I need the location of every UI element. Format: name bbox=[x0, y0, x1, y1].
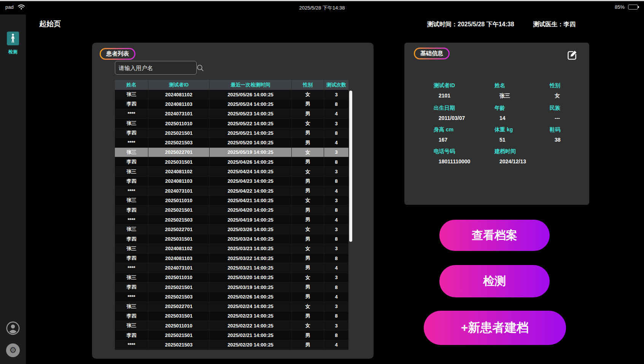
table-row[interactable]: 李四 2025021501 2025/04/20 14:00:25 男 8 bbox=[115, 206, 348, 215]
info-field: 民族 --- bbox=[550, 105, 595, 121]
table-row[interactable]: 李四 2025031501 2025/02/23 14:00:25 男 8 bbox=[115, 311, 348, 321]
cell-tester-id: 2025021503 bbox=[148, 292, 210, 301]
cell-name: **** bbox=[115, 263, 148, 272]
cell-last-test-time: 2025/03/24 14:00:25 bbox=[210, 234, 292, 243]
cell-name: 李四 bbox=[115, 177, 148, 186]
cell-last-test-time: 2025/02/24 14:00:25 bbox=[210, 302, 292, 311]
info-field: 体重 kg 51 bbox=[495, 126, 550, 143]
cell-test-count: 8 bbox=[324, 234, 348, 243]
cell-last-test-time: 2025/05/21 14:00:25 bbox=[210, 128, 292, 137]
table-row[interactable]: 张三 2024081102 2025/05/26 14:00:25 女 3 bbox=[115, 90, 348, 99]
table-row[interactable]: 李四 2025021501 2025/05/21 14:00:25 男 8 bbox=[115, 128, 348, 138]
page-title: 起始页 bbox=[39, 19, 61, 29]
col-header-gender: 性别 bbox=[292, 80, 324, 90]
search-icon[interactable] bbox=[197, 64, 204, 72]
cell-test-count: 8 bbox=[324, 311, 348, 321]
info-field-value: 2011/03/07 bbox=[434, 115, 495, 121]
cell-test-count: 8 bbox=[324, 128, 348, 137]
table-row[interactable]: 张三 2025022701 2025/03/26 14:00:25 女 3 bbox=[115, 225, 348, 234]
settings-button[interactable]: ⚙ bbox=[6, 343, 20, 357]
patient-table-header: 姓名 测试者ID 最近一次检测时间 性别 测试次数 bbox=[115, 80, 348, 90]
info-field-label: 性别 bbox=[550, 82, 595, 89]
basic-info-panel: 基础信息 测试者ID 2101 姓名 张三 性别 女 出生日期 2011/03/… bbox=[404, 43, 589, 205]
cell-last-test-time: 2025/02/23 14:00:25 bbox=[210, 311, 292, 321]
table-row[interactable]: 李四 2024081103 2025/03/22 14:00:25 男 8 bbox=[115, 254, 348, 263]
info-field: 出生日期 2011/03/07 bbox=[434, 105, 495, 121]
detect-button[interactable]: 检测 bbox=[439, 265, 550, 297]
test-doctor-text: 测试医生：李四 bbox=[533, 21, 576, 29]
table-row[interactable]: 李四 2025031501 2025/03/24 14:00:25 男 8 bbox=[115, 234, 348, 244]
table-row[interactable]: 张三 2025011010 2025/03/20 14:00:25 女 3 bbox=[115, 273, 348, 283]
cell-test-count: 3 bbox=[324, 119, 348, 128]
table-row[interactable]: 李四 2025031501 2025/04/26 14:00:25 男 8 bbox=[115, 157, 348, 167]
table-row[interactable]: 张三 2025022701 2025/02/24 14:00:25 女 3 bbox=[115, 302, 348, 311]
cell-gender: 女 bbox=[292, 302, 324, 311]
cell-tester-id: 2025021503 bbox=[148, 340, 210, 350]
edit-profile-button[interactable] bbox=[566, 49, 579, 62]
table-row[interactable]: 李四 2024081103 2025/05/24 14:00:25 男 8 bbox=[115, 99, 348, 109]
status-time: 2025/5/28 下午14:38 bbox=[0, 5, 644, 11]
table-row[interactable]: 张三 2025011010 2025/02/22 14:00:25 女 3 bbox=[115, 321, 348, 330]
cell-last-test-time: 2025/05/23 14:00:25 bbox=[210, 109, 292, 118]
user-profile-button[interactable] bbox=[6, 321, 20, 335]
table-row[interactable]: **** 2024073101 2025/05/23 14:00:25 男 4 bbox=[115, 109, 348, 119]
cell-tester-id: 2024081103 bbox=[148, 177, 210, 186]
cell-tester-id: 2024081103 bbox=[148, 254, 210, 263]
info-field-value: 2101 bbox=[434, 93, 495, 99]
search-input[interactable] bbox=[115, 65, 197, 71]
cell-last-test-time: 2025/04/22 14:00:25 bbox=[210, 186, 292, 195]
cell-test-count: 4 bbox=[324, 263, 348, 272]
cell-last-test-time: 2025/03/26 14:00:25 bbox=[210, 225, 292, 234]
col-header-tester-id: 测试者ID bbox=[148, 80, 210, 90]
cell-test-count: 3 bbox=[324, 273, 348, 282]
new-patient-button[interactable]: +新患者建档 bbox=[424, 311, 566, 345]
table-row[interactable]: 张三 2024081102 2025/04/24 14:00:25 女 3 bbox=[115, 167, 348, 176]
table-scrollbar-thumb[interactable] bbox=[349, 91, 352, 242]
cell-name: 李四 bbox=[115, 128, 148, 137]
cell-tester-id: 2024073101 bbox=[148, 186, 210, 195]
table-row[interactable]: **** 2024073101 2025/04/22 14:00:25 男 4 bbox=[115, 186, 348, 196]
cell-name: 李四 bbox=[115, 311, 148, 321]
info-field-value: 2024/12/13 bbox=[495, 158, 550, 164]
cell-gender: 女 bbox=[292, 167, 324, 176]
cell-last-test-time: 2025/03/19 14:00:25 bbox=[210, 283, 292, 292]
cell-last-test-time: 2025/04/20 14:00:25 bbox=[210, 206, 292, 215]
cell-gender: 男 bbox=[292, 254, 324, 263]
cell-name: 张三 bbox=[115, 148, 148, 157]
cell-gender: 女 bbox=[292, 273, 324, 282]
cell-last-test-time: 2025/05/24 14:00:25 bbox=[210, 99, 292, 109]
cell-test-count: 8 bbox=[324, 330, 348, 340]
cell-test-count: 8 bbox=[324, 177, 348, 186]
cell-last-test-time: 2025/03/20 14:00:25 bbox=[210, 273, 292, 282]
cell-gender: 男 bbox=[292, 340, 324, 350]
info-field: 身高 cm 167 bbox=[434, 126, 495, 143]
table-row[interactable]: **** 2025021503 2025/05/20 14:00:25 男 4 bbox=[115, 138, 348, 147]
cell-test-count: 3 bbox=[324, 302, 348, 311]
cell-gender: 女 bbox=[292, 119, 324, 128]
table-row[interactable]: 张三 2025022701 2025/05/19 14:00:25 女 3 bbox=[115, 148, 348, 157]
table-row[interactable]: **** 2025021503 2025/04/19 14:00:25 男 4 bbox=[115, 215, 348, 225]
sidebar: 检测 ⚙ bbox=[0, 14, 26, 364]
cell-name: 张三 bbox=[115, 244, 148, 253]
cell-tester-id: 2025022701 bbox=[148, 148, 210, 157]
table-row[interactable]: 张三 2025011010 2025/05/22 14:00:25 女 3 bbox=[115, 119, 348, 128]
cell-tester-id: 2024081103 bbox=[148, 99, 210, 109]
table-row[interactable]: **** 2024073101 2025/03/21 14:00:25 男 4 bbox=[115, 263, 348, 273]
info-field-label: 电话号码 bbox=[434, 148, 495, 155]
info-field-label: 体重 kg bbox=[495, 126, 550, 133]
table-row[interactable]: 张三 2025011010 2025/04/21 14:00:25 女 3 bbox=[115, 196, 348, 205]
col-header-name: 姓名 bbox=[115, 80, 148, 90]
cell-name: **** bbox=[115, 292, 148, 301]
info-field-label: 年龄 bbox=[495, 105, 550, 112]
table-row[interactable]: **** 2025021503 2025/02/26 14:00:25 男 4 bbox=[115, 292, 348, 302]
view-archive-button[interactable]: 查看档案 bbox=[439, 220, 550, 251]
cell-gender: 女 bbox=[292, 196, 324, 205]
sidebar-item-detect[interactable]: 检测 bbox=[6, 32, 19, 55]
table-row[interactable]: 李四 2025021501 2025/03/19 14:00:25 男 8 bbox=[115, 283, 348, 292]
cell-gender: 男 bbox=[292, 292, 324, 301]
table-row[interactable]: 张三 2024081102 2025/03/23 14:00:25 女 3 bbox=[115, 244, 348, 254]
table-row[interactable]: 李四 2025021501 2025/02/21 14:00:25 男 8 bbox=[115, 330, 348, 340]
table-row[interactable]: 李四 2024081103 2025/04/23 14:00:25 男 8 bbox=[115, 177, 348, 186]
table-row[interactable]: **** 2025021503 2025/02/20 14:00:25 男 4 bbox=[115, 340, 348, 350]
info-field-value: 167 bbox=[434, 137, 495, 143]
